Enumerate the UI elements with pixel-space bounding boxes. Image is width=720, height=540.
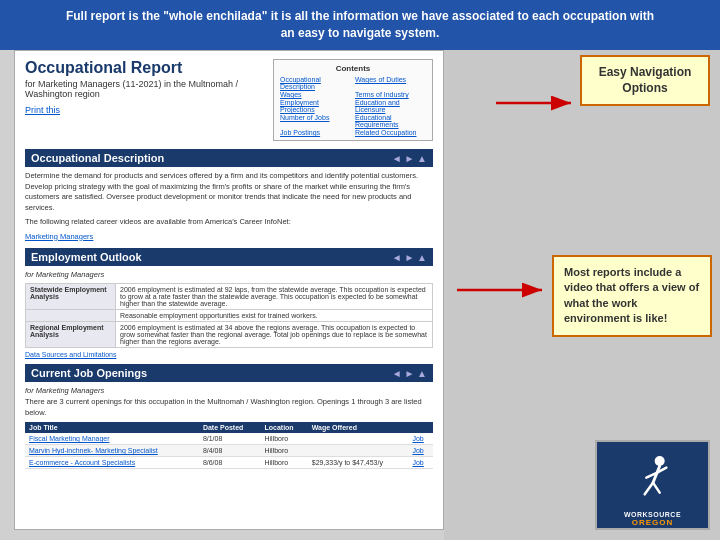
job-openings-table: Job Title Date Posted Location Wage Offe…: [25, 422, 433, 469]
table-row: Marvin Hyd-inchnek- Marketing Specialist…: [25, 445, 433, 457]
col-job-title: Job Title: [25, 422, 199, 433]
job-location-1: Hillboro: [260, 433, 307, 445]
job-date-1: 8/1/08: [199, 433, 261, 445]
job-link-2[interactable]: Job: [412, 447, 423, 454]
worksource-logo-top: [597, 442, 708, 510]
job-title-1[interactable]: Fiscal Marketing Manager: [29, 435, 110, 442]
employment-table: Statewide Employment Analysis 2006 emplo…: [25, 283, 433, 348]
jobs-header: Current Job Openings ◄ ► ▲: [25, 364, 433, 382]
top-banner: Full report is the "whole enchilada" it …: [0, 0, 720, 50]
nav-arrows-1[interactable]: ◄ ► ▲: [392, 153, 427, 164]
job-wage-3: $29,333/y to $47,453/y: [308, 457, 409, 469]
easy-nav-callout: Easy Navigation Options: [580, 55, 710, 106]
contents-item-6[interactable]: Education and Licensure: [355, 99, 426, 113]
col-wage: Wage Offered: [308, 422, 409, 433]
jobs-subheader: for Marketing Managers: [25, 386, 433, 395]
job-link-3[interactable]: Job: [412, 459, 423, 466]
contents-grid: Occupational Description Wages of Duties…: [280, 76, 426, 136]
career-info-text: The following related career videos are …: [25, 217, 433, 228]
contents-item-1[interactable]: Occupational Description: [280, 76, 351, 90]
table-row: Statewide Employment Analysis 2006 emplo…: [26, 284, 433, 310]
contents-item-8[interactable]: Educational Requirements: [355, 114, 426, 128]
table-row: E-commerce - Account Specialists 8/6/08 …: [25, 457, 433, 469]
video-text: Most reports include a video that offers…: [564, 266, 699, 324]
video-callout: Most reports include a video that offers…: [552, 255, 712, 337]
worksource-label: WORKSOURCE: [600, 511, 705, 518]
table-row: Fiscal Marketing Manager 8/1/08 Hillboro…: [25, 433, 433, 445]
contents-box: Contents Occupational Description Wages …: [273, 59, 433, 141]
employment-subheader: for Marketing Managers: [25, 270, 433, 279]
emp-text-3: 2006 employment is estimated at 34 above…: [116, 322, 433, 348]
easy-nav-text: Easy Navigation Options: [599, 65, 692, 95]
col-date-posted: Date Posted: [199, 422, 261, 433]
arrow-easy-nav: [491, 88, 581, 118]
job-location-2: Hillboro: [260, 445, 307, 457]
marketing-managers-link[interactable]: Marketing Managers: [25, 232, 433, 243]
jobs-intro: There are 3 current openings for this oc…: [25, 397, 433, 418]
nav-arrows-2[interactable]: ◄ ► ▲: [392, 252, 427, 263]
contents-item-10[interactable]: Related Occupation: [355, 129, 426, 136]
job-location-3: Hillboro: [260, 457, 307, 469]
job-date-2: 8/4/08: [199, 445, 261, 457]
nav-arrows-3[interactable]: ◄ ► ▲: [392, 368, 427, 379]
job-date-3: 8/6/08: [199, 457, 261, 469]
svg-line-6: [644, 483, 652, 495]
svg-line-7: [653, 483, 660, 493]
contents-item-7[interactable]: Number of Jobs: [280, 114, 351, 128]
emp-label-1: Statewide Employment Analysis: [26, 284, 116, 310]
arrow-video: [452, 275, 552, 305]
contents-item-9[interactable]: Job Postings: [280, 129, 351, 136]
contents-title: Contents: [280, 64, 426, 73]
emp-text-1: 2006 employment is estimated at 92 laps,…: [116, 284, 433, 310]
contents-item-3[interactable]: Wages: [280, 91, 351, 98]
col-link: [408, 422, 433, 433]
jobs-label: Current Job Openings: [31, 367, 147, 379]
job-wage-1: [308, 433, 409, 445]
table-header-row: Job Title Date Posted Location Wage Offe…: [25, 422, 433, 433]
contents-item-5[interactable]: Employment Projections: [280, 99, 351, 113]
contents-item-4[interactable]: Terms of Industry: [355, 91, 426, 98]
occ-description-header: Occupational Description ◄ ► ▲: [25, 149, 433, 167]
employment-label: Employment Outlook: [31, 251, 142, 263]
employment-header: Employment Outlook ◄ ► ▲: [25, 248, 433, 266]
job-title-2[interactable]: Marvin Hyd-inchnek- Marketing Specialist: [29, 447, 158, 454]
worksource-logo: WORKSOURCE OREGON: [595, 440, 710, 530]
data-sources-link[interactable]: Data Sources and Limitations: [25, 351, 433, 358]
col-location: Location: [260, 422, 307, 433]
occ-description-body: Determine the demand for products and se…: [25, 171, 433, 213]
emp-label-2: [26, 310, 116, 322]
job-link-1[interactable]: Job: [412, 435, 423, 442]
oregon-label: OREGON: [600, 518, 705, 527]
emp-text-2: Reasonable employment opportunities exis…: [116, 310, 433, 322]
job-wage-2: [308, 445, 409, 457]
document-container: Contents Occupational Description Wages …: [14, 50, 444, 530]
table-row: Regional Employment Analysis 2006 employ…: [26, 322, 433, 348]
occ-description-label: Occupational Description: [31, 152, 164, 164]
table-row: Reasonable employment opportunities exis…: [26, 310, 433, 322]
svg-point-4: [654, 456, 664, 466]
job-title-3[interactable]: E-commerce - Account Specialists: [29, 459, 135, 466]
worksource-figure-icon: [628, 451, 678, 501]
emp-label-3: Regional Employment Analysis: [26, 322, 116, 348]
contents-item-2[interactable]: Wages of Duties: [355, 76, 426, 90]
